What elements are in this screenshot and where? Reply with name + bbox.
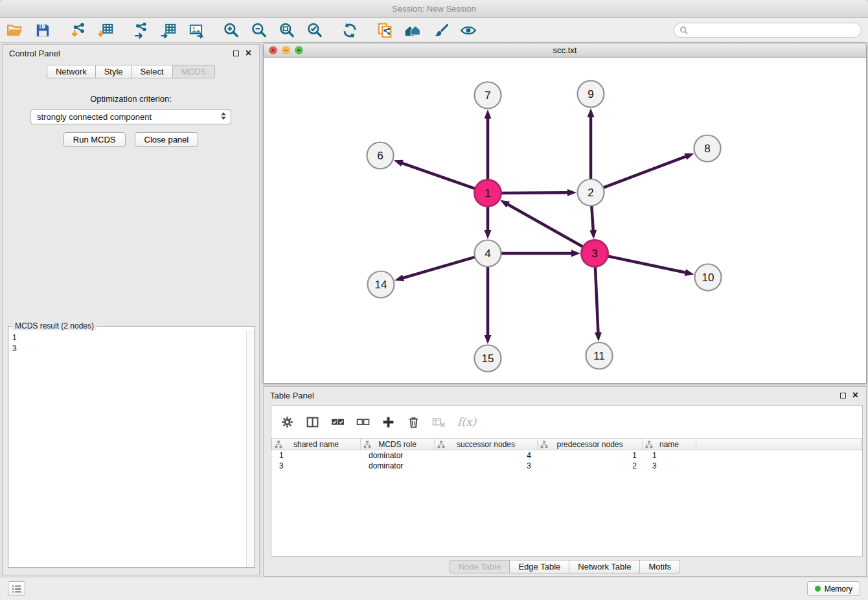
memory-button[interactable]: Memory <box>807 581 860 596</box>
close-traffic-icon <box>269 46 277 54</box>
delete-table-icon <box>432 415 446 429</box>
graph-node-6[interactable]: 6 <box>367 143 394 169</box>
column-header-label: shared name <box>293 440 339 449</box>
select-all-checkboxes-icon <box>331 415 345 429</box>
result-scrollbar[interactable] <box>246 330 255 567</box>
delete-column-button[interactable] <box>407 415 420 429</box>
graph-node-11[interactable]: 11 <box>586 343 613 369</box>
tab-edge-table[interactable]: Edge Table <box>509 560 569 573</box>
tab-motifs[interactable]: Motifs <box>639 560 680 573</box>
import-group <box>69 22 114 39</box>
graph-edge-2-3[interactable] <box>591 204 593 230</box>
tab-select[interactable]: Select <box>131 65 173 78</box>
criterion-dropdown[interactable]: strongly connected component <box>30 110 231 124</box>
close-mcds-panel-button[interactable]: Close panel <box>135 132 199 147</box>
graph-node-label: 6 <box>377 150 383 162</box>
export-table-button[interactable] <box>160 22 177 39</box>
show-hide-button[interactable] <box>460 22 477 39</box>
graph-node-14[interactable]: 14 <box>368 271 394 298</box>
graph-node-label: 2 <box>588 187 593 199</box>
window-close-button[interactable] <box>269 46 277 54</box>
graph-node-label: 4 <box>485 248 490 260</box>
run-mcds-button[interactable]: Run MCDS <box>63 132 126 147</box>
column-header-shared-name[interactable]: shared name <box>271 438 361 450</box>
add-column-button[interactable] <box>382 415 395 429</box>
clone-network-button[interactable] <box>376 22 393 39</box>
float-control-panel-button[interactable] <box>233 51 239 56</box>
gear-icon <box>280 415 294 429</box>
style-brush-button[interactable] <box>432 22 449 39</box>
delete-table-button[interactable] <box>432 415 446 429</box>
show-columns-button[interactable] <box>306 415 319 429</box>
import-table-button[interactable] <box>97 22 114 39</box>
tab-mcds[interactable]: MCDS <box>172 65 215 78</box>
task-history-button[interactable] <box>8 581 25 596</box>
tab-network-table[interactable]: Network Table <box>569 560 640 573</box>
graph-edge-3-10[interactable] <box>606 256 685 273</box>
column-header-successor-nodes[interactable]: successor nodes <box>434 438 538 450</box>
column-header-predecessor-nodes[interactable]: predecessor nodes <box>537 438 643 450</box>
window-zoom-button[interactable] <box>295 46 303 54</box>
zoom-in-icon <box>223 22 240 39</box>
column-header-name[interactable]: name <box>642 438 696 450</box>
export-image-button[interactable] <box>188 22 205 39</box>
graph-node-10[interactable]: 10 <box>695 264 722 291</box>
double-home-icon <box>404 22 421 39</box>
graph-node-8[interactable]: 8 <box>694 135 721 162</box>
node-table-card: f(x) shared nameMCDS rolesuccessor nodes… <box>271 405 863 557</box>
export-network-button[interactable] <box>132 22 149 39</box>
graph-node-9[interactable]: 9 <box>578 81 604 108</box>
table-row[interactable]: 3dominator323 <box>271 461 862 471</box>
window-minimize-button[interactable] <box>282 46 290 54</box>
search-icon <box>680 26 689 35</box>
zoom-out-button[interactable] <box>251 22 268 39</box>
float-table-panel-button[interactable] <box>840 393 846 398</box>
search-box[interactable] <box>674 23 862 38</box>
home-button[interactable] <box>404 22 421 39</box>
graph-edge-3-1[interactable] <box>508 205 584 248</box>
function-builder-button[interactable]: f(x) <box>457 415 476 428</box>
mcds-result-group: MCDS result (2 nodes) 13 <box>8 321 255 568</box>
import-network-button[interactable] <box>69 22 86 39</box>
graph-node-7[interactable]: 7 <box>475 82 501 109</box>
tab-network[interactable]: Network <box>47 65 96 78</box>
eye-icon <box>460 22 477 39</box>
graph-edge-2-8[interactable] <box>602 157 685 189</box>
tab-style[interactable]: Style <box>95 65 132 78</box>
save-session-button[interactable] <box>34 22 51 39</box>
zoom-in-button[interactable] <box>223 22 240 39</box>
traffic-lights <box>269 46 308 54</box>
select-all-rows-button[interactable] <box>331 415 345 429</box>
network-canvas[interactable]: 7968124314101511 <box>264 58 866 383</box>
graph-arrowhead <box>684 154 694 160</box>
graph-edge-4-14[interactable] <box>404 257 477 278</box>
zoom-selected-button[interactable] <box>306 22 323 39</box>
apply-layout-button[interactable] <box>341 22 358 39</box>
table-cell: 3 <box>271 461 361 470</box>
deselect-all-rows-button[interactable] <box>356 415 370 429</box>
table-settings-button[interactable] <box>280 415 294 429</box>
column-tree-icon <box>645 441 653 448</box>
zoom-fit-icon <box>279 22 295 39</box>
graph-node-label: 3 <box>591 248 597 260</box>
statusbar: Memory <box>0 577 868 600</box>
search-input[interactable] <box>692 25 856 35</box>
graph-edge-3-11[interactable] <box>595 265 599 332</box>
column-header-MCDS-role[interactable]: MCDS role <box>360 438 435 450</box>
close-table-panel-button[interactable]: × <box>852 390 858 400</box>
graph-edge-1-2[interactable] <box>499 192 567 193</box>
graph-node-4[interactable]: 4 <box>475 240 501 267</box>
graph-node-15[interactable]: 15 <box>475 345 501 372</box>
table-row[interactable]: 1dominator411 <box>271 450 862 461</box>
graph-arrowhead <box>589 230 597 239</box>
graph-edge-1-6[interactable] <box>402 163 477 189</box>
graph-node-2[interactable]: 2 <box>578 179 604 206</box>
graph-node-1[interactable]: 1 <box>475 180 501 207</box>
open-session-button[interactable] <box>6 22 23 39</box>
graph-node-3[interactable]: 3 <box>582 240 608 267</box>
tab-node-table[interactable]: Node Table <box>450 560 510 573</box>
window-title: Session: New Session <box>392 4 475 14</box>
close-control-panel-button[interactable]: × <box>246 48 251 58</box>
network-window: scc.txt 7968124314101511 <box>263 43 867 384</box>
zoom-fit-button[interactable] <box>279 22 295 39</box>
